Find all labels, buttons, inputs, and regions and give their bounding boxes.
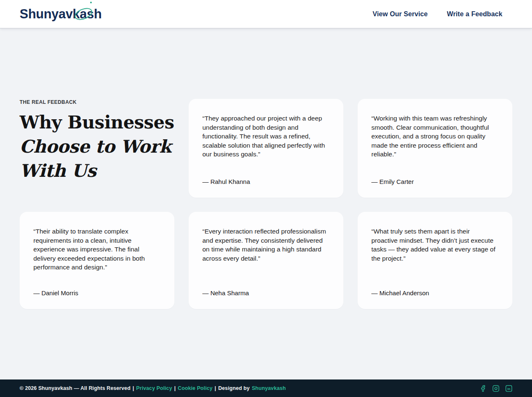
- cookie-policy-link[interactable]: Cookie Policy: [178, 385, 212, 391]
- copyright-text: © 2026 Shunyavkash — All Rights Reserved: [20, 385, 131, 391]
- header: Shunyavkash View Our Service Write a Fee…: [0, 0, 532, 28]
- svg-text:in: in: [507, 387, 510, 390]
- footer-separator: |: [133, 385, 134, 391]
- testimonial-author: — Rahul Khanna: [202, 178, 330, 185]
- linkedin-icon[interactable]: in: [505, 385, 512, 392]
- testimonial-card: “Working with this team was refreshingly…: [358, 99, 512, 198]
- title-line-3: With Us: [20, 161, 96, 181]
- privacy-policy-link[interactable]: Privacy Policy: [136, 385, 172, 391]
- testimonial-grid: THE REAL FEEDBACK Why Businesses Choose …: [20, 99, 512, 309]
- instagram-icon[interactable]: [492, 385, 499, 392]
- testimonial-author: — Daniel Morris: [33, 289, 161, 296]
- testimonial-card: “They approached our project with a deep…: [189, 99, 343, 198]
- brand-prefix: Shunyavk: [20, 8, 80, 20]
- testimonial-quote: “Working with this team was refreshingly…: [371, 114, 497, 159]
- footer: © 2026 Shunyavkash — All Rights Reserved…: [0, 379, 532, 397]
- footer-text: © 2026 Shunyavkash — All Rights Reserved…: [20, 385, 286, 391]
- title-line-1: Why Businesses: [20, 112, 174, 133]
- testimonial-author: — Emily Carter: [371, 178, 499, 185]
- testimonial-author: — Michael Anderson: [371, 289, 499, 296]
- nav-view-our-service[interactable]: View Our Service: [373, 10, 428, 18]
- testimonial-card: “Every interaction reflected professiona…: [189, 212, 343, 309]
- testimonial-card: “What truly sets them apart is their pro…: [358, 212, 512, 309]
- nav-write-a-feedback[interactable]: Write a Feedback: [447, 10, 502, 18]
- section-intro: THE REAL FEEDBACK Why Businesses Choose …: [20, 99, 174, 198]
- testimonial-quote: “Their ability to translate complex requ…: [33, 227, 159, 272]
- brand-suffix: sh: [87, 8, 102, 20]
- main-nav: View Our Service Write a Feedback: [373, 10, 502, 18]
- section-title: Why Businesses Choose to Work With Us: [20, 111, 174, 183]
- footer-separator: |: [214, 385, 216, 391]
- designed-by-link[interactable]: Shunyavkash: [252, 385, 286, 391]
- feedback-section: THE REAL FEEDBACK Why Businesses Choose …: [0, 28, 532, 379]
- facebook-icon[interactable]: [479, 385, 487, 392]
- social-links: in: [479, 385, 512, 392]
- designed-by-label: Designed by: [218, 385, 250, 391]
- testimonial-author: — Neha Sharma: [202, 289, 330, 296]
- section-eyebrow: THE REAL FEEDBACK: [20, 99, 174, 105]
- footer-separator: |: [174, 385, 176, 391]
- testimonial-quote: “Every interaction reflected professiona…: [202, 227, 328, 263]
- testimonial-quote: “They approached our project with a deep…: [202, 114, 328, 159]
- testimonial-card: “Their ability to translate complex requ…: [20, 212, 174, 309]
- brand-orbit-icon: a: [80, 8, 87, 20]
- brand-logo[interactable]: Shunyavkash: [20, 8, 102, 20]
- title-line-2: Choose to Work: [20, 136, 171, 157]
- testimonial-quote: “What truly sets them apart is their pro…: [371, 227, 497, 263]
